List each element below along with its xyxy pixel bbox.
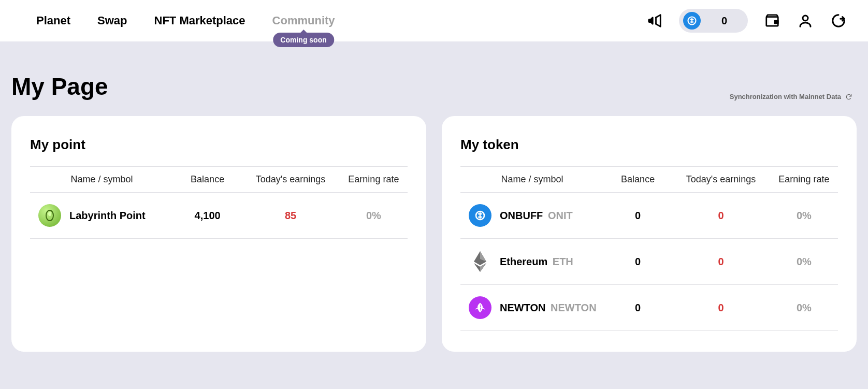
asset-symbol: ETH bbox=[553, 256, 573, 267]
svg-point-3 bbox=[803, 16, 808, 21]
nav-community: Community Coming soon bbox=[272, 14, 335, 27]
asset-earnings: 0 bbox=[672, 285, 770, 331]
labyrinth-point-icon bbox=[38, 204, 61, 227]
asset-name: ONBUFF bbox=[500, 210, 543, 221]
col-name: Name / symbol bbox=[30, 167, 173, 193]
asset-rate: 0% bbox=[340, 193, 408, 239]
nav-left: Planet Swap NFT Marketplace Community Co… bbox=[36, 14, 335, 27]
refresh-icon bbox=[845, 93, 852, 100]
col-name: Name / symbol bbox=[460, 167, 604, 193]
asset-symbol: NEWTON bbox=[551, 302, 597, 313]
top-navbar: Planet Swap NFT Marketplace Community Co… bbox=[0, 0, 868, 41]
coming-soon-badge: Coming soon bbox=[273, 33, 334, 47]
table-row[interactable]: ONBUFF ONIT 0 0 0% bbox=[460, 193, 838, 239]
my-token-title: My token bbox=[460, 137, 838, 153]
sync-button[interactable]: Synchronization with Mainnet Data bbox=[730, 93, 857, 100]
onbuff-icon bbox=[469, 204, 491, 227]
col-balance: Balance bbox=[173, 167, 241, 193]
ethereum-icon bbox=[469, 250, 491, 273]
asset-rate: 0% bbox=[770, 285, 838, 331]
table-row[interactable]: Ethereum ETH 0 0 0% bbox=[460, 239, 838, 285]
table-row[interactable]: Labyrinth Point 4,100 85 0% bbox=[30, 193, 408, 239]
nav-community-label: Community bbox=[272, 14, 335, 27]
asset-name: Labyrinth Point bbox=[69, 210, 146, 222]
asset-earnings: 0 bbox=[672, 239, 770, 285]
col-earnings: Today's earnings bbox=[241, 167, 340, 193]
col-rate: Earning rate bbox=[340, 167, 408, 193]
sync-label: Synchronization with Mainnet Data bbox=[730, 93, 841, 100]
col-rate: Earning rate bbox=[770, 167, 838, 193]
asset-rate: 0% bbox=[770, 239, 838, 285]
nav-nft-marketplace[interactable]: NFT Marketplace bbox=[154, 14, 245, 27]
balance-pill[interactable]: 0 bbox=[679, 9, 748, 33]
asset-rate: 0% bbox=[770, 193, 838, 239]
profile-icon[interactable] bbox=[797, 12, 814, 30]
newton-icon bbox=[469, 296, 491, 319]
svg-point-5 bbox=[48, 212, 51, 216]
page-title: My Page bbox=[11, 73, 108, 100]
svg-rect-2 bbox=[775, 21, 778, 23]
col-earnings: Today's earnings bbox=[672, 167, 770, 193]
nav-planet[interactable]: Planet bbox=[36, 14, 70, 27]
nav-right: 0 bbox=[646, 9, 847, 33]
my-point-card: My point Name / symbol Balance Today's e… bbox=[11, 116, 426, 352]
asset-earnings: 0 bbox=[672, 193, 770, 239]
asset-balance: 0 bbox=[604, 239, 672, 285]
asset-name: NEWTON bbox=[500, 302, 546, 313]
asset-symbol: ONIT bbox=[548, 210, 573, 221]
asset-balance: 0 bbox=[604, 285, 672, 331]
balance-value: 0 bbox=[721, 15, 727, 27]
asset-name: Ethereum bbox=[500, 256, 547, 267]
my-point-title: My point bbox=[30, 137, 408, 153]
wallet-icon[interactable] bbox=[763, 12, 781, 30]
balance-token-icon bbox=[683, 12, 701, 30]
asset-balance: 4,100 bbox=[173, 193, 241, 239]
nav-swap[interactable]: Swap bbox=[97, 14, 127, 27]
my-point-table: Name / symbol Balance Today's earnings E… bbox=[30, 166, 408, 239]
asset-balance: 0 bbox=[604, 193, 672, 239]
my-token-table: Name / symbol Balance Today's earnings E… bbox=[460, 166, 838, 331]
page-header: My Page Synchronization with Mainnet Dat… bbox=[11, 41, 857, 116]
my-token-card: My token Name / symbol Balance Today's e… bbox=[442, 116, 857, 352]
asset-earnings: 85 bbox=[241, 193, 340, 239]
logout-icon[interactable] bbox=[830, 12, 847, 30]
table-row[interactable]: NEWTON NEWTON 0 0 0% bbox=[460, 285, 838, 331]
announcement-icon[interactable] bbox=[646, 12, 663, 30]
col-balance: Balance bbox=[604, 167, 672, 193]
page-body: My Page Synchronization with Mainnet Dat… bbox=[0, 41, 868, 389]
cards-row: My point Name / symbol Balance Today's e… bbox=[11, 116, 857, 352]
